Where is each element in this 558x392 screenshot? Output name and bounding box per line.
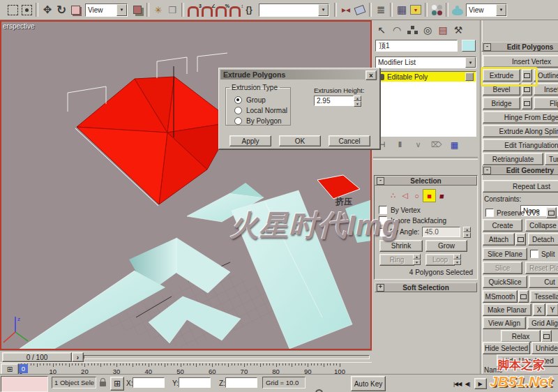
edit-named-selections-icon[interactable]: {} bbox=[242, 2, 256, 17]
apply-button[interactable]: Apply bbox=[229, 135, 271, 146]
cancel-button[interactable]: Cancel bbox=[329, 135, 370, 146]
current-frame-marker[interactable]: 0 bbox=[19, 364, 28, 373]
hide-selected-button[interactable]: Hide Selected bbox=[483, 342, 530, 354]
view-align-button[interactable]: View Align bbox=[483, 317, 526, 329]
schematic-view-icon[interactable]: ▼ bbox=[409, 2, 423, 17]
tab-motion[interactable]: ◎ bbox=[421, 22, 434, 38]
keyboard-override-icon[interactable]: ❒ bbox=[165, 2, 179, 17]
edit-geometry-rollout-header[interactable]: - Edit Geometry bbox=[481, 165, 558, 175]
align-icon[interactable] bbox=[353, 2, 367, 17]
subobject-level-icon[interactable] bbox=[465, 73, 474, 81]
collapse-icon[interactable]: - bbox=[377, 177, 384, 185]
extrude-polygons-dialog[interactable]: Extrude Polygons × Extrusion Type Group … bbox=[218, 68, 380, 149]
relax-button[interactable]: Relax bbox=[501, 330, 541, 342]
tessellate-button[interactable]: Tessellate bbox=[530, 290, 558, 303]
edit-polygons-rollout-header[interactable]: - Edit Polygons bbox=[481, 42, 558, 52]
unhide-all-button[interactable]: Unhide All bbox=[531, 342, 558, 354]
z-coordinate-field[interactable] bbox=[225, 377, 257, 388]
tab-modify[interactable]: ◠ bbox=[391, 22, 403, 38]
select-move-icon[interactable]: ✥ bbox=[40, 2, 54, 17]
vertex-subobject-icon[interactable]: ∴ bbox=[387, 190, 399, 202]
angle-spinner[interactable]: ▲▼ bbox=[463, 227, 471, 237]
loop-spinner[interactable]: ▲▼ bbox=[453, 254, 461, 264]
ok-button[interactable]: OK bbox=[279, 135, 321, 146]
next-frame-button[interactable]: › bbox=[72, 352, 84, 362]
hinge-from-edge-button[interactable]: Hinge From Edge bbox=[483, 111, 558, 123]
tab-hierarchy[interactable] bbox=[406, 22, 418, 38]
attach-button[interactable]: Attach bbox=[483, 233, 515, 246]
set-keys-icon[interactable] bbox=[315, 389, 323, 392]
absolute-offset-toggle-icon[interactable]: ⊞ bbox=[110, 377, 124, 391]
select-scale-icon[interactable] bbox=[68, 2, 82, 17]
modifier-stack[interactable]: Editable Poly bbox=[375, 71, 476, 137]
play-icon[interactable]: ▶ bbox=[474, 378, 487, 389]
angle-value-field[interactable]: 45.0 bbox=[422, 227, 460, 237]
bridge-settings-button[interactable] bbox=[522, 97, 532, 110]
make-unique-icon[interactable]: ∨ bbox=[412, 139, 424, 151]
material-editor-icon[interactable] bbox=[430, 2, 444, 17]
remove-modifier-icon[interactable]: ⌦ bbox=[430, 139, 442, 151]
window-crossing-icon[interactable] bbox=[20, 2, 33, 17]
x-coordinate-field[interactable] bbox=[133, 377, 165, 388]
attach-settings-button[interactable] bbox=[515, 233, 526, 246]
expand-icon[interactable]: + bbox=[377, 284, 384, 292]
tab-utilities[interactable]: ⚒ bbox=[452, 22, 465, 38]
select-region-icon[interactable] bbox=[6, 2, 20, 17]
create-button[interactable]: Create bbox=[483, 219, 522, 232]
object-name-field[interactable]: 顶1 bbox=[375, 40, 458, 52]
collapse-icon[interactable]: - bbox=[483, 43, 491, 51]
cut-button[interactable]: Cut bbox=[529, 276, 558, 288]
quickslice-button[interactable]: QuickSlice bbox=[483, 276, 527, 288]
ring-button[interactable]: Ring bbox=[379, 254, 414, 266]
render-setup-icon[interactable] bbox=[451, 2, 465, 17]
time-slider-track[interactable] bbox=[84, 355, 370, 359]
spinner-snap-icon[interactable]: ↕ bbox=[228, 2, 242, 17]
make-planar-button[interactable]: Make Planar bbox=[483, 303, 531, 316]
ring-spinner[interactable]: ▲▼ bbox=[413, 254, 421, 264]
make-planar-y-button[interactable]: Y bbox=[546, 303, 558, 316]
percent-snap-icon[interactable]: % bbox=[214, 2, 228, 17]
reset-plane-button[interactable]: Reset Plane bbox=[525, 262, 558, 274]
bridge-button[interactable]: Bridge bbox=[483, 97, 520, 110]
polygon-subobject-icon[interactable]: ■ bbox=[423, 189, 436, 202]
msmooth-button[interactable]: MSmooth bbox=[483, 290, 518, 303]
render-view-dropdown[interactable]: View ▼ bbox=[466, 3, 507, 17]
maxscript-mini-listener[interactable] bbox=[1, 376, 48, 392]
flip-button[interactable]: Flip bbox=[534, 97, 558, 110]
selection-rollout-header[interactable]: - Selection bbox=[375, 176, 477, 186]
preserve-uvs-settings-button[interactable] bbox=[546, 207, 557, 218]
selection-lock-icon[interactable] bbox=[100, 382, 106, 386]
slice-plane-button[interactable]: Slice Plane bbox=[483, 248, 527, 260]
slice-button[interactable]: Slice bbox=[483, 262, 522, 274]
y-coordinate-field[interactable] bbox=[179, 377, 211, 388]
extrusion-height-field[interactable]: 2.95 bbox=[314, 96, 354, 106]
select-manipulate-icon[interactable]: ✳ bbox=[151, 2, 165, 17]
tab-display[interactable]: ▤ bbox=[437, 22, 449, 38]
relax-settings-button[interactable] bbox=[541, 330, 552, 342]
insert-vertex-button[interactable]: Insert Vertex bbox=[483, 55, 558, 68]
detach-button[interactable]: Detach bbox=[528, 233, 558, 246]
snap-toggle-3d-icon[interactable]: 3 bbox=[186, 2, 200, 17]
make-planar-x-button[interactable]: X bbox=[533, 303, 545, 316]
preserve-uvs-checkbox[interactable] bbox=[485, 209, 494, 217]
select-rotate-icon[interactable]: ↻ bbox=[54, 2, 68, 17]
close-icon[interactable]: × bbox=[365, 70, 377, 80]
mirror-icon[interactable]: ▸◂ bbox=[339, 2, 353, 17]
previous-frame-icon[interactable]: ◀| bbox=[465, 381, 470, 387]
time-slider-button[interactable]: 0 / 100 bbox=[2, 352, 72, 362]
edge-subobject-icon[interactable]: ◁ bbox=[399, 190, 411, 202]
auto-key-button[interactable]: Auto Key bbox=[351, 376, 386, 391]
use-pivot-center-icon[interactable] bbox=[130, 2, 144, 17]
tab-create[interactable]: ↖ bbox=[375, 22, 388, 38]
dialog-titlebar[interactable]: Extrude Polygons bbox=[220, 70, 378, 80]
layer-manager-icon[interactable]: ≣ bbox=[374, 2, 388, 17]
show-end-result-icon[interactable]: Ⅱ bbox=[394, 139, 406, 151]
viewport-label[interactable]: erspective bbox=[3, 22, 35, 30]
collapse-button[interactable]: Collapse bbox=[525, 219, 558, 232]
collapse-icon[interactable]: - bbox=[483, 167, 491, 174]
modifier-list-dropdown[interactable]: Modifier List ▼ bbox=[375, 56, 476, 68]
split-checkbox[interactable] bbox=[530, 250, 538, 258]
border-subobject-icon[interactable]: ○ bbox=[411, 190, 423, 202]
extrude-along-spline-button[interactable]: Extrude Along Spline bbox=[483, 125, 558, 137]
repeat-last-button[interactable]: Repeat Last bbox=[483, 180, 558, 193]
